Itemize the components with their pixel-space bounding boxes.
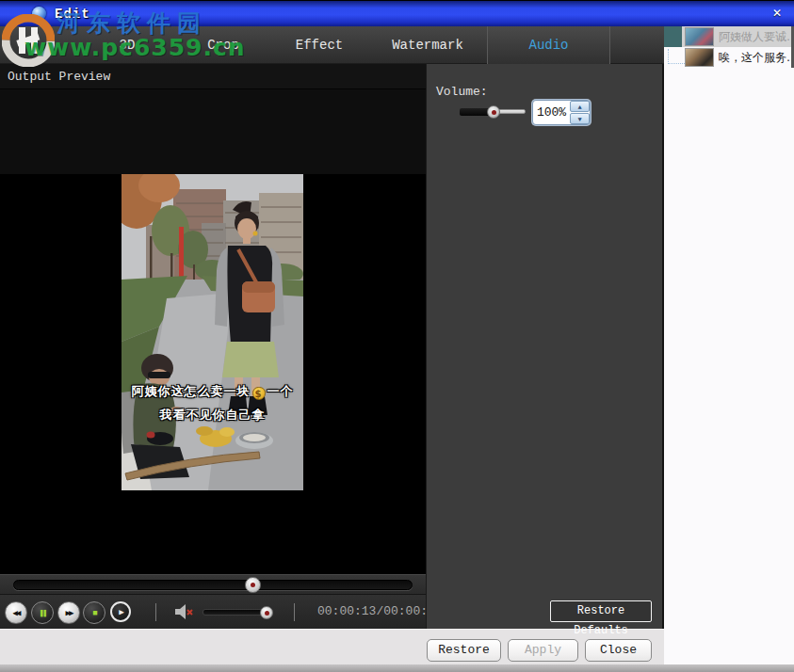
video-subtitle-line2: 我看不见你自己拿 bbox=[122, 407, 303, 424]
dialog-edge bbox=[662, 26, 664, 629]
rewind-button[interactable]: ◀◀ bbox=[5, 601, 27, 624]
window-bottom-edge bbox=[0, 664, 794, 672]
tab-watermark[interactable]: Watermark bbox=[368, 26, 487, 64]
seek-bar-panel bbox=[0, 574, 426, 595]
separator bbox=[155, 603, 156, 621]
list-item-label: 唉，这个服务… bbox=[719, 50, 794, 66]
mute-speaker-icon[interactable] bbox=[174, 603, 195, 620]
subtitle-text: 阿姨你这怎么卖一块 bbox=[132, 384, 251, 398]
pause-button[interactable]: ❚❚ bbox=[31, 601, 54, 624]
spin-down-icon[interactable]: ▼ bbox=[570, 113, 590, 124]
seek-thumb[interactable] bbox=[245, 577, 261, 593]
window-title: Edit bbox=[55, 7, 90, 22]
list-item[interactable]: 阿姨做人要诚… bbox=[664, 26, 794, 47]
list-item-label: 阿姨做人要诚… bbox=[719, 29, 794, 45]
audio-settings-panel: Volume: ▲ ▼ Restore Defaults bbox=[426, 64, 664, 629]
tab-3d[interactable]: 3D bbox=[80, 26, 174, 64]
app-globe-icon bbox=[32, 7, 46, 21]
restore-defaults-button[interactable]: Restore Defaults bbox=[550, 600, 652, 622]
list-item[interactable]: 唉，这个服务… bbox=[664, 47, 794, 68]
separator bbox=[294, 603, 295, 621]
close-icon[interactable]: ✕ bbox=[765, 4, 789, 24]
volume-label: Volume: bbox=[436, 85, 488, 99]
video-thumbnail bbox=[685, 48, 714, 67]
money-bag-icon: $ bbox=[252, 387, 266, 400]
volume-spinbox: ▲ ▼ bbox=[532, 100, 591, 125]
time-display: 00:00:13/00:00:23 bbox=[317, 604, 443, 618]
apply-button[interactable]: Apply bbox=[508, 639, 578, 662]
title-bar: Edit ✕ bbox=[0, 0, 794, 26]
fast-forward-button[interactable]: ▶▶ bbox=[57, 601, 80, 624]
volume-value-input[interactable] bbox=[533, 101, 570, 124]
playback-volume-slider[interactable] bbox=[203, 609, 271, 616]
tab-crop[interactable]: Crop bbox=[176, 26, 270, 64]
tab-effect[interactable]: Effect bbox=[272, 26, 366, 64]
list-item-indent bbox=[664, 26, 682, 47]
step-forward-button[interactable]: ▶ bbox=[110, 601, 131, 622]
video-frame: 阿姨你这怎么卖一块$一个 我看不见你自己拿 bbox=[122, 174, 303, 490]
video-thumbnail bbox=[685, 27, 714, 46]
spin-up-icon[interactable]: ▲ bbox=[570, 101, 590, 112]
volume-slider-thumb[interactable] bbox=[487, 105, 500, 119]
background-window-list: 阿姨做人要诚… 唉，这个服务… bbox=[664, 26, 794, 664]
tab-audio[interactable]: Audio bbox=[487, 26, 610, 64]
video-subtitle-line1: 阿姨你这怎么卖一块$一个 bbox=[122, 383, 303, 400]
seek-bar[interactable] bbox=[13, 580, 413, 590]
subtitle-text: 一个 bbox=[267, 384, 294, 398]
video-preview-area: 阿姨你这怎么卖一块$一个 我看不见你自己拿 bbox=[0, 89, 426, 574]
video-letterbox bbox=[0, 89, 426, 174]
edit-dialog-screen: 阿姨做人要诚… 唉，这个服务… Restore All Apply Close … bbox=[0, 0, 794, 672]
close-button[interactable]: Close bbox=[585, 639, 652, 662]
restore-all-button[interactable]: Restore All bbox=[427, 639, 501, 662]
volume-slider[interactable] bbox=[460, 109, 526, 114]
playback-volume-thumb[interactable] bbox=[260, 606, 273, 619]
tree-branch-lines bbox=[668, 49, 685, 64]
video-scene bbox=[122, 174, 303, 490]
stop-button[interactable]: ■ bbox=[83, 601, 105, 624]
transport-bar: ◀◀ ❚❚ ▶▶ ■ ▶ 00:00:13/00:00:23 bbox=[0, 595, 426, 629]
dialog-footer: Restore All Apply Close bbox=[0, 629, 664, 664]
output-preview-header: Output Preview bbox=[0, 64, 426, 89]
tab-bar: 3D Crop Effect Watermark Audio bbox=[0, 26, 664, 64]
